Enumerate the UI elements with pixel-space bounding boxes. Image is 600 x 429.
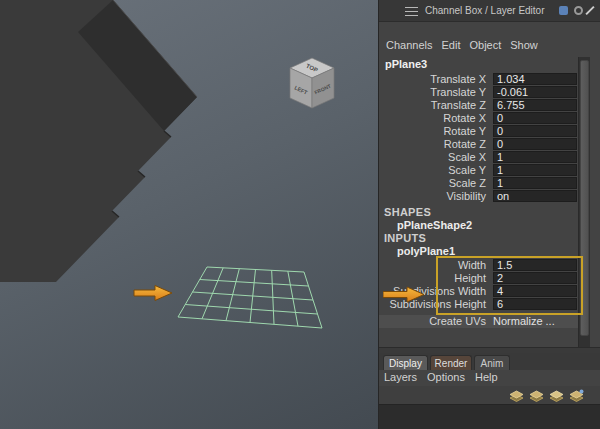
view-cube[interactable]: TOP LEFT FRONT: [290, 58, 334, 108]
maya-window: TOP LEFT FRONT Channel Box / Layer Edito…: [0, 0, 600, 429]
viewport-annotation-arrow-icon: [134, 286, 172, 301]
channel-label[interactable]: Translate X: [379, 73, 489, 86]
channel-row: Scale X 1: [379, 151, 578, 164]
channel-row: Translate Z 6.755: [379, 99, 578, 112]
channel-box-scrollbar[interactable]: [578, 57, 590, 347]
channel-row: Visibility on: [379, 190, 578, 203]
layer-editor-menubar: Layers Options Help: [379, 371, 600, 386]
layer-list-empty-area[interactable]: [379, 404, 600, 429]
panel-title: Channel Box / Layer Editor: [425, 5, 545, 16]
channel-row: Translate X 1.034: [379, 73, 578, 86]
channel-value-field[interactable]: 0: [493, 138, 577, 150]
create-empty-layer-icon[interactable]: [548, 388, 565, 403]
temple-structure-mesh[interactable]: [0, 0, 197, 282]
channel-value-field[interactable]: 4: [493, 285, 577, 297]
channel-row: Scale Y 1: [379, 164, 578, 177]
polyplane-wireframe[interactable]: [178, 267, 322, 328]
channel-value-field[interactable]: 1: [493, 151, 577, 163]
channel-value-field[interactable]: 0: [493, 125, 577, 137]
channel-row: Rotate X 0: [379, 112, 578, 125]
menu-options[interactable]: Options: [427, 371, 465, 386]
object-name[interactable]: pPlane3: [385, 58, 427, 70]
shapes-section-header: SHAPES: [384, 206, 431, 218]
layer-editor-toolbar: [379, 386, 600, 404]
channel-label[interactable]: Rotate Z: [379, 138, 489, 151]
manipulator-icon[interactable]: [559, 6, 568, 15]
channel-row: Rotate Z 0: [379, 138, 578, 151]
channel-label[interactable]: Height: [379, 272, 489, 285]
channel-label[interactable]: Translate Y: [379, 86, 489, 99]
inputs-section-header: INPUTS: [384, 232, 426, 244]
channel-value-field[interactable]: 1.034: [493, 73, 577, 85]
channel-value-field[interactable]: on: [493, 190, 577, 202]
viewport-3d[interactable]: TOP LEFT FRONT: [0, 0, 378, 429]
channel-box-panel: Channel Box / Layer Editor Channels Edit…: [378, 0, 600, 429]
layer-editor-tabbar: Display Render Anim: [379, 353, 600, 370]
channel-row: Width 1.5: [379, 259, 578, 272]
tab-anim[interactable]: Anim: [474, 355, 510, 370]
menu-layers[interactable]: Layers: [384, 371, 417, 386]
menu-object[interactable]: Object: [469, 39, 501, 54]
channel-value-field[interactable]: 1: [493, 164, 577, 176]
panel-annotation-arrow-icon: [383, 286, 425, 303]
channel-box-menubar: Channels Edit Object Show: [379, 39, 579, 54]
channel-value-field[interactable]: 0: [493, 112, 577, 124]
menu-edit[interactable]: Edit: [441, 39, 460, 54]
panel-header-icons: [559, 5, 591, 16]
channel-row: Translate Y -0.061: [379, 86, 578, 99]
channel-label[interactable]: Scale Y: [379, 164, 489, 177]
menu-channels[interactable]: Channels: [386, 39, 432, 54]
channel-row: Rotate Y 0: [379, 125, 578, 138]
channel-label[interactable]: Visibility: [379, 190, 489, 203]
channel-label[interactable]: Width: [379, 259, 489, 272]
channel-row: Scale Z 1: [379, 177, 578, 190]
channel-value-field[interactable]: 1.5: [493, 259, 577, 271]
input-node-name[interactable]: polyPlane1: [397, 245, 455, 257]
input-rows: Width 1.5 Height 2 Subdivisions Width 4 …: [379, 259, 578, 311]
channel-value-field[interactable]: -0.061: [493, 86, 577, 98]
channel-row: Height 2: [379, 272, 578, 285]
pencil-icon[interactable]: [585, 6, 594, 15]
channel-value-field[interactable]: 1: [493, 177, 577, 189]
tab-display[interactable]: Display: [383, 355, 428, 370]
shape-node-name[interactable]: pPlaneShape2: [397, 219, 472, 231]
channel-value-field[interactable]: 6.755: [493, 99, 577, 111]
channel-enum-value[interactable]: Normalize ...: [493, 315, 555, 328]
channel-label[interactable]: Create UVs: [379, 315, 489, 328]
panel-header: Channel Box / Layer Editor: [379, 0, 600, 22]
channel-row-create-uvs: Create UVs Normalize ...: [379, 315, 578, 328]
create-layer-from-selected-icon[interactable]: [568, 388, 585, 403]
menu-show[interactable]: Show: [510, 39, 538, 54]
tab-render[interactable]: Render: [430, 355, 472, 370]
layer-toggle-icon[interactable]: [528, 388, 545, 403]
channel-value-field[interactable]: 6: [493, 298, 577, 310]
menu-help[interactable]: Help: [475, 371, 498, 386]
hamburger-icon[interactable]: [405, 7, 418, 16]
channel-label[interactable]: Rotate Y: [379, 125, 489, 138]
layer-mode-icon[interactable]: [508, 388, 525, 403]
channel-label[interactable]: Rotate X: [379, 112, 489, 125]
channel-label[interactable]: Scale Z: [379, 177, 489, 190]
transform-rows: Translate X 1.034 Translate Y -0.061 Tra…: [379, 73, 578, 203]
ring-icon[interactable]: [574, 6, 583, 15]
scrollbar-thumb[interactable]: [580, 60, 589, 336]
channel-label[interactable]: Scale X: [379, 151, 489, 164]
channel-value-field[interactable]: 2: [493, 272, 577, 284]
channel-label[interactable]: Translate Z: [379, 99, 489, 112]
